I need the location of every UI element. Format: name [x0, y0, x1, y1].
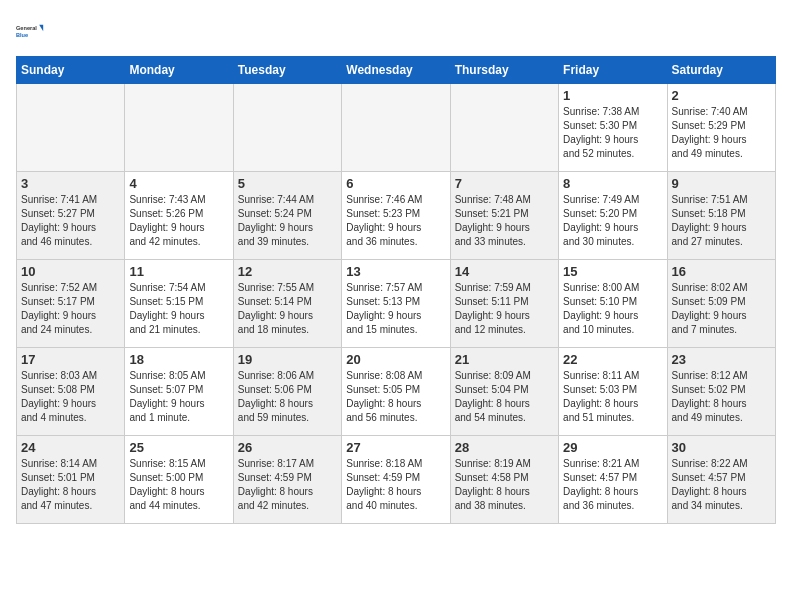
day-number: 22 — [563, 352, 662, 367]
day-number: 7 — [455, 176, 554, 191]
day-number: 12 — [238, 264, 337, 279]
day-info: Sunrise: 8:12 AM Sunset: 5:02 PM Dayligh… — [672, 369, 771, 425]
calendar-cell: 16Sunrise: 8:02 AM Sunset: 5:09 PM Dayli… — [667, 260, 775, 348]
calendar-row-0: 1Sunrise: 7:38 AM Sunset: 5:30 PM Daylig… — [17, 84, 776, 172]
logo: GeneralBlue — [16, 16, 48, 48]
day-number: 1 — [563, 88, 662, 103]
day-number: 6 — [346, 176, 445, 191]
day-number: 17 — [21, 352, 120, 367]
calendar-cell: 9Sunrise: 7:51 AM Sunset: 5:18 PM Daylig… — [667, 172, 775, 260]
day-info: Sunrise: 7:38 AM Sunset: 5:30 PM Dayligh… — [563, 105, 662, 161]
calendar-cell: 26Sunrise: 8:17 AM Sunset: 4:59 PM Dayli… — [233, 436, 341, 524]
day-info: Sunrise: 8:11 AM Sunset: 5:03 PM Dayligh… — [563, 369, 662, 425]
day-info: Sunrise: 7:41 AM Sunset: 5:27 PM Dayligh… — [21, 193, 120, 249]
day-number: 28 — [455, 440, 554, 455]
calendar-cell — [17, 84, 125, 172]
calendar-cell — [342, 84, 450, 172]
day-info: Sunrise: 7:44 AM Sunset: 5:24 PM Dayligh… — [238, 193, 337, 249]
day-number: 19 — [238, 352, 337, 367]
day-info: Sunrise: 8:02 AM Sunset: 5:09 PM Dayligh… — [672, 281, 771, 337]
page-header: GeneralBlue — [16, 16, 776, 48]
calendar-row-1: 3Sunrise: 7:41 AM Sunset: 5:27 PM Daylig… — [17, 172, 776, 260]
day-number: 4 — [129, 176, 228, 191]
day-info: Sunrise: 7:51 AM Sunset: 5:18 PM Dayligh… — [672, 193, 771, 249]
day-info: Sunrise: 8:15 AM Sunset: 5:00 PM Dayligh… — [129, 457, 228, 513]
calendar-cell: 2Sunrise: 7:40 AM Sunset: 5:29 PM Daylig… — [667, 84, 775, 172]
calendar-cell: 19Sunrise: 8:06 AM Sunset: 5:06 PM Dayli… — [233, 348, 341, 436]
day-info: Sunrise: 7:52 AM Sunset: 5:17 PM Dayligh… — [21, 281, 120, 337]
day-info: Sunrise: 7:48 AM Sunset: 5:21 PM Dayligh… — [455, 193, 554, 249]
calendar-row-3: 17Sunrise: 8:03 AM Sunset: 5:08 PM Dayli… — [17, 348, 776, 436]
calendar-cell: 15Sunrise: 8:00 AM Sunset: 5:10 PM Dayli… — [559, 260, 667, 348]
day-number: 14 — [455, 264, 554, 279]
day-info: Sunrise: 8:19 AM Sunset: 4:58 PM Dayligh… — [455, 457, 554, 513]
day-info: Sunrise: 7:46 AM Sunset: 5:23 PM Dayligh… — [346, 193, 445, 249]
calendar-cell — [125, 84, 233, 172]
calendar-cell: 7Sunrise: 7:48 AM Sunset: 5:21 PM Daylig… — [450, 172, 558, 260]
calendar-cell: 14Sunrise: 7:59 AM Sunset: 5:11 PM Dayli… — [450, 260, 558, 348]
day-number: 30 — [672, 440, 771, 455]
day-number: 13 — [346, 264, 445, 279]
day-number: 10 — [21, 264, 120, 279]
day-info: Sunrise: 8:17 AM Sunset: 4:59 PM Dayligh… — [238, 457, 337, 513]
day-number: 16 — [672, 264, 771, 279]
calendar-cell: 10Sunrise: 7:52 AM Sunset: 5:17 PM Dayli… — [17, 260, 125, 348]
day-info: Sunrise: 7:57 AM Sunset: 5:13 PM Dayligh… — [346, 281, 445, 337]
calendar-cell: 28Sunrise: 8:19 AM Sunset: 4:58 PM Dayli… — [450, 436, 558, 524]
day-info: Sunrise: 8:18 AM Sunset: 4:59 PM Dayligh… — [346, 457, 445, 513]
calendar-cell: 1Sunrise: 7:38 AM Sunset: 5:30 PM Daylig… — [559, 84, 667, 172]
day-info: Sunrise: 7:43 AM Sunset: 5:26 PM Dayligh… — [129, 193, 228, 249]
day-number: 25 — [129, 440, 228, 455]
day-info: Sunrise: 8:03 AM Sunset: 5:08 PM Dayligh… — [21, 369, 120, 425]
day-info: Sunrise: 7:55 AM Sunset: 5:14 PM Dayligh… — [238, 281, 337, 337]
day-number: 8 — [563, 176, 662, 191]
header-cell-friday: Friday — [559, 57, 667, 84]
day-number: 3 — [21, 176, 120, 191]
day-info: Sunrise: 8:22 AM Sunset: 4:57 PM Dayligh… — [672, 457, 771, 513]
calendar-cell — [233, 84, 341, 172]
calendar-cell: 20Sunrise: 8:08 AM Sunset: 5:05 PM Dayli… — [342, 348, 450, 436]
day-number: 18 — [129, 352, 228, 367]
calendar-cell: 8Sunrise: 7:49 AM Sunset: 5:20 PM Daylig… — [559, 172, 667, 260]
header-row: SundayMondayTuesdayWednesdayThursdayFrid… — [17, 57, 776, 84]
calendar-cell — [450, 84, 558, 172]
day-info: Sunrise: 8:05 AM Sunset: 5:07 PM Dayligh… — [129, 369, 228, 425]
day-info: Sunrise: 7:49 AM Sunset: 5:20 PM Dayligh… — [563, 193, 662, 249]
day-number: 27 — [346, 440, 445, 455]
calendar-cell: 3Sunrise: 7:41 AM Sunset: 5:27 PM Daylig… — [17, 172, 125, 260]
svg-text:General: General — [16, 25, 37, 31]
calendar-cell: 24Sunrise: 8:14 AM Sunset: 5:01 PM Dayli… — [17, 436, 125, 524]
logo-icon: GeneralBlue — [16, 16, 48, 48]
day-info: Sunrise: 7:40 AM Sunset: 5:29 PM Dayligh… — [672, 105, 771, 161]
calendar-cell: 27Sunrise: 8:18 AM Sunset: 4:59 PM Dayli… — [342, 436, 450, 524]
header-cell-monday: Monday — [125, 57, 233, 84]
day-number: 2 — [672, 88, 771, 103]
header-cell-sunday: Sunday — [17, 57, 125, 84]
calendar-cell: 22Sunrise: 8:11 AM Sunset: 5:03 PM Dayli… — [559, 348, 667, 436]
svg-marker-2 — [39, 25, 43, 31]
svg-text:Blue: Blue — [16, 32, 28, 38]
day-info: Sunrise: 7:59 AM Sunset: 5:11 PM Dayligh… — [455, 281, 554, 337]
day-number: 21 — [455, 352, 554, 367]
day-number: 29 — [563, 440, 662, 455]
day-number: 23 — [672, 352, 771, 367]
day-info: Sunrise: 7:54 AM Sunset: 5:15 PM Dayligh… — [129, 281, 228, 337]
day-info: Sunrise: 8:14 AM Sunset: 5:01 PM Dayligh… — [21, 457, 120, 513]
day-number: 9 — [672, 176, 771, 191]
calendar-cell: 30Sunrise: 8:22 AM Sunset: 4:57 PM Dayli… — [667, 436, 775, 524]
calendar-cell: 11Sunrise: 7:54 AM Sunset: 5:15 PM Dayli… — [125, 260, 233, 348]
header-cell-saturday: Saturday — [667, 57, 775, 84]
calendar-cell: 6Sunrise: 7:46 AM Sunset: 5:23 PM Daylig… — [342, 172, 450, 260]
calendar-cell: 18Sunrise: 8:05 AM Sunset: 5:07 PM Dayli… — [125, 348, 233, 436]
day-number: 5 — [238, 176, 337, 191]
calendar-cell: 29Sunrise: 8:21 AM Sunset: 4:57 PM Dayli… — [559, 436, 667, 524]
calendar-cell: 21Sunrise: 8:09 AM Sunset: 5:04 PM Dayli… — [450, 348, 558, 436]
day-number: 15 — [563, 264, 662, 279]
day-info: Sunrise: 8:00 AM Sunset: 5:10 PM Dayligh… — [563, 281, 662, 337]
day-number: 11 — [129, 264, 228, 279]
day-info: Sunrise: 8:06 AM Sunset: 5:06 PM Dayligh… — [238, 369, 337, 425]
calendar-table: SundayMondayTuesdayWednesdayThursdayFrid… — [16, 56, 776, 524]
calendar-cell: 4Sunrise: 7:43 AM Sunset: 5:26 PM Daylig… — [125, 172, 233, 260]
day-number: 24 — [21, 440, 120, 455]
day-info: Sunrise: 8:21 AM Sunset: 4:57 PM Dayligh… — [563, 457, 662, 513]
